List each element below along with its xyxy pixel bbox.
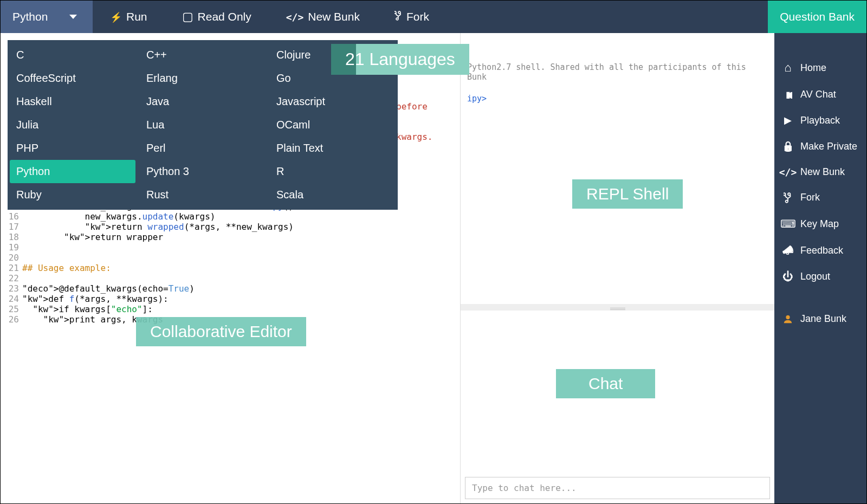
language-option[interactable]: OCaml [268,113,398,137]
language-option[interactable]: Perl [138,137,268,160]
keyboard-icon [782,217,794,230]
language-option[interactable]: Haskell [8,90,138,113]
video-icon [782,89,794,100]
checkbox-empty-icon [182,10,193,24]
code-fragment: kwargs. [396,132,432,142]
power-icon [782,270,794,283]
repl-header: Python2.7 shell. Shared with all the par… [461,33,774,86]
home-icon [782,61,794,75]
sidebar-item-label: Make Private [800,141,857,152]
sidebar-item[interactable]: Fork [774,186,866,209]
run-button[interactable]: Run [93,1,165,33]
right-panel: Python2.7 shell. Shared with all the par… [460,33,774,503]
language-option[interactable]: C [8,43,138,67]
split-handle[interactable] [461,307,774,311]
language-option[interactable]: Rust [138,183,268,206]
language-option[interactable]: R [268,160,398,183]
chat-log[interactable] [461,311,774,473]
sidebar: HomeAV ChatPlaybackMake PrivateNew BunkF… [774,33,866,503]
sidebar-item-label: Fork [800,192,820,203]
language-dropdown[interactable]: CC++ClojureCoffeeScriptErlangGoHaskellJa… [8,40,398,210]
run-label: Run [126,10,147,23]
sidebar-user-name: Jane Bunk [800,313,846,325]
user-icon [782,314,794,324]
language-option[interactable]: Ruby [8,183,138,206]
sidebar-item[interactable]: AV Chat [774,83,866,106]
sidebar-item-label: AV Chat [800,89,836,100]
sidebar-item[interactable]: Playback [774,108,866,132]
sidebar-item[interactable]: Home [774,55,866,81]
repl-output[interactable] [461,111,774,307]
lock-icon [782,140,794,152]
toolbar: Python Run Read Only New Bunk Fork Quest… [1,1,866,33]
sidebar-item[interactable]: Feedback [774,238,866,262]
sidebar-item[interactable]: Key Map [774,211,866,236]
code-fragment: before [396,101,428,112]
sidebar-item-label: Playback [800,115,840,126]
sidebar-item-label: Home [800,62,826,74]
sidebar-item-label: New Bunk [800,166,845,178]
language-option[interactable]: Lua [138,113,268,137]
bullhorn-icon [782,244,794,256]
language-option[interactable]: Python 3 [138,160,268,183]
language-option[interactable]: Erlang [138,67,268,90]
language-option[interactable]: Clojure [268,43,398,67]
chat-panel: Type to chat here... [461,311,774,503]
language-option[interactable]: Plain Text [268,137,398,160]
language-option[interactable]: CoffeeScript [8,67,138,90]
language-select-label: Python [12,10,48,23]
repl-prompt[interactable]: ipy> [461,86,774,111]
code-icon [286,10,304,23]
chat-input[interactable]: Type to chat here... [465,477,770,499]
sidebar-item[interactable]: New Bunk [774,160,866,184]
bolt-icon [110,10,122,23]
fork-button[interactable]: Fork [377,1,447,33]
fork-icon [782,192,794,203]
language-option[interactable]: Python [10,160,135,183]
language-option[interactable]: PHP [8,137,138,160]
readonly-button[interactable]: Read Only [165,1,269,33]
sidebar-user[interactable]: Jane Bunk [774,307,866,331]
language-option[interactable]: Java [138,90,268,113]
readonly-label: Read Only [198,10,251,23]
question-bank-label: Question Bank [780,10,855,23]
play-icon [782,114,794,126]
question-bank-button[interactable]: Question Bank [768,1,866,33]
language-option[interactable]: Javascript [268,90,398,113]
new-bunk-button[interactable]: New Bunk [269,1,377,33]
sidebar-item-label: Key Map [800,218,839,230]
sidebar-item-label: Feedback [800,245,843,256]
language-option[interactable]: Go [268,67,398,90]
language-select[interactable]: Python [1,1,93,33]
new-bunk-label: New Bunk [308,10,360,23]
language-option[interactable]: Scala [268,183,398,206]
sidebar-item-label: Logout [800,271,830,282]
language-option[interactable]: C++ [138,43,268,67]
language-option[interactable]: Julia [8,113,138,137]
chevron-down-icon [69,15,77,19]
sidebar-item[interactable]: Logout [774,264,866,289]
code-icon [782,166,794,178]
sidebar-item[interactable]: Make Private [774,134,866,158]
fork-icon [394,10,402,23]
fork-label: Fork [406,10,429,23]
